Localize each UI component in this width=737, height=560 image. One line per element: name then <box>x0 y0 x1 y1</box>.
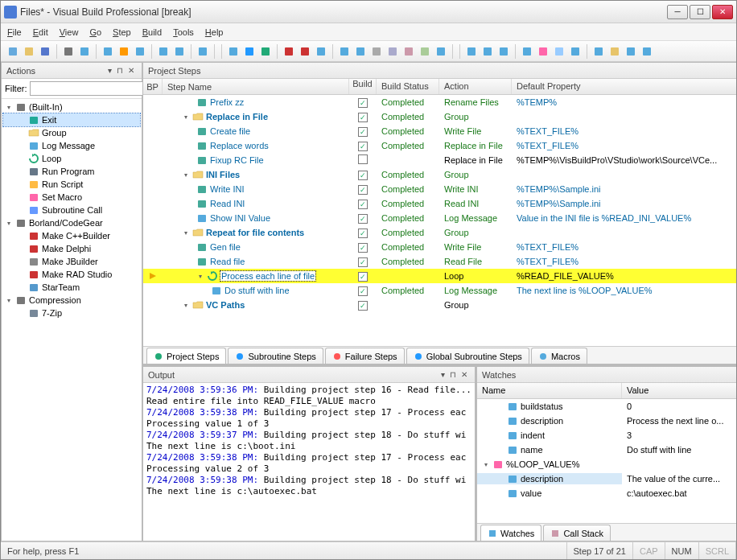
toolbar-c-button[interactable] <box>369 44 384 59</box>
build-checkbox[interactable]: ✓ <box>358 113 368 122</box>
toolbar-save-button[interactable] <box>38 44 52 59</box>
action-make-rad-studio[interactable]: Make RAD Studio <box>3 268 140 281</box>
menu-help[interactable]: Help <box>205 27 224 37</box>
toolbar-run-button[interactable] <box>226 44 241 59</box>
build-checkbox[interactable]: ✓ <box>358 243 368 253</box>
action-7-zip[interactable]: 7-Zip <box>3 307 140 319</box>
toolbar-help-button[interactable] <box>196 44 210 59</box>
toolbar-p-button[interactable] <box>607 44 622 59</box>
build-checkbox[interactable]: ✓ <box>358 301 368 311</box>
action-make-delphi[interactable]: Make Delphi <box>3 242 140 255</box>
panel-pin-icon[interactable]: ⊓ <box>114 66 126 75</box>
menu-step[interactable]: Step <box>113 27 131 37</box>
tab-call-stack[interactable]: Call Stack <box>543 525 611 541</box>
tab-macros[interactable]: Macros <box>531 348 587 364</box>
toolbar-redo-button[interactable] <box>172 44 187 59</box>
maximize-button[interactable]: ☐ <box>690 5 710 19</box>
action-subroutine-call[interactable]: Subroutine Call <box>3 204 140 216</box>
tab-watches[interactable]: Watches <box>480 525 541 541</box>
watch-row[interactable]: indent3 <box>477 428 736 443</box>
panel-close-icon[interactable]: ✕ <box>126 66 137 75</box>
step-row[interactable]: ▾Repeat for file contents✓CompletedGroup <box>143 225 736 240</box>
toolbar-undo-button[interactable] <box>156 44 171 59</box>
toolbar-i-button[interactable] <box>480 44 495 59</box>
action-log-message[interactable]: Log Message <box>3 139 140 152</box>
toolbar-d-button[interactable] <box>385 44 400 59</box>
filter-input[interactable] <box>30 81 147 96</box>
menu-file[interactable]: File <box>7 27 22 37</box>
toolbar-g-button[interactable] <box>434 44 448 59</box>
toolbar-f-button[interactable] <box>418 44 432 59</box>
step-row[interactable]: ▾INI Files✓CompletedGroup <box>143 167 736 182</box>
build-checkbox[interactable]: ✓ <box>358 257 368 267</box>
toolbar-k-button[interactable] <box>520 44 534 59</box>
step-row[interactable]: Prefix zz✓CompletedRename Files%TEMP% <box>143 95 736 109</box>
toolbar-step-in-button[interactable] <box>282 44 296 59</box>
build-checkbox[interactable]: ✓ <box>358 127 368 137</box>
watch-row[interactable]: descriptionThe value of the curre... <box>477 471 736 486</box>
action-loop[interactable]: Loop <box>3 152 140 165</box>
step-row[interactable]: Gen file✓CompletedWrite File%TEXT_FILE% <box>143 240 736 254</box>
toolbar-copy-button[interactable] <box>117 44 131 59</box>
watch-row[interactable]: ▾%LOOP_VALUE% <box>477 457 736 471</box>
watch-row[interactable]: descriptionProcess the next line o... <box>477 414 736 428</box>
action-borland-codegear[interactable]: ▾Borland/CodeGear <box>3 216 140 229</box>
build-checkbox[interactable]: ✓ <box>358 272 368 282</box>
close-button[interactable]: ✕ <box>712 5 733 19</box>
build-checkbox[interactable] <box>358 154 368 164</box>
toolbar-stop-button[interactable] <box>258 44 273 59</box>
step-row[interactable]: ▾VC Paths✓Group <box>143 298 736 312</box>
watch-row[interactable]: nameDo stuff with line <box>477 443 736 457</box>
step-row[interactable]: Replace words✓CompletedReplace in File%T… <box>143 138 736 153</box>
action--built-in-[interactable]: ▾(Built-In) <box>3 101 140 113</box>
tab-failure-steps[interactable]: Failure Steps <box>325 348 405 364</box>
tab-global-subroutine-steps[interactable]: Global Subroutine Steps <box>406 348 529 364</box>
menu-edit[interactable]: Edit <box>33 27 48 37</box>
toolbar-cut-button[interactable] <box>101 44 115 59</box>
tab-project-steps[interactable]: Project Steps <box>146 348 226 364</box>
build-checkbox[interactable]: ✓ <box>358 142 368 151</box>
panel-menu-icon[interactable]: ▾ <box>105 66 114 75</box>
step-row[interactable]: ▾Process each line of file✓Loop%READ_FIL… <box>143 269 736 283</box>
action-make-jbuilder[interactable]: Make JBuilder <box>3 255 140 268</box>
toolbar-h-button[interactable] <box>464 44 479 59</box>
output-log[interactable]: 7/24/2008 3:59:36 PM: Building project s… <box>143 383 475 541</box>
toolbar-o-button[interactable] <box>591 44 606 59</box>
toolbar-e-button[interactable] <box>401 44 416 59</box>
build-checkbox[interactable]: ✓ <box>358 185 368 195</box>
menu-build[interactable]: Build <box>142 27 162 37</box>
action-exit[interactable]: Exit <box>3 113 140 126</box>
minimize-button[interactable]: ─ <box>667 5 688 19</box>
toolbar-b-button[interactable] <box>353 44 368 59</box>
step-row[interactable]: Do stuff with line✓CompletedLog MessageT… <box>143 283 736 298</box>
toolbar-new-button[interactable] <box>6 44 20 59</box>
action-run-program[interactable]: Run Program <box>3 165 140 178</box>
action-run-script[interactable]: Run Script <box>3 178 140 191</box>
menu-tools[interactable]: Tools <box>173 27 194 37</box>
build-checkbox[interactable]: ✓ <box>358 200 368 209</box>
panel-close-icon[interactable]: ✕ <box>459 370 470 379</box>
watches-grid[interactable]: buildstatus0descriptionProcess the next … <box>477 399 736 523</box>
tab-subroutine-steps[interactable]: Subroutine Steps <box>228 348 323 364</box>
build-checkbox[interactable]: ✓ <box>358 214 368 224</box>
build-checkbox[interactable]: ✓ <box>358 229 368 238</box>
toolbar-paste-button[interactable] <box>133 44 147 59</box>
step-row[interactable]: Write INI✓CompletedWrite INI%TEMP%\Sampl… <box>143 182 736 196</box>
step-row[interactable]: Read file✓CompletedRead File%TEXT_FILE% <box>143 254 736 269</box>
toolbar-n-button[interactable] <box>568 44 583 59</box>
watch-row[interactable]: buildstatus0 <box>477 399 736 414</box>
step-row[interactable]: Fixup RC FileReplace in File%TEMP%\VisBu… <box>143 153 736 167</box>
action-compression[interactable]: ▾Compression <box>3 294 140 307</box>
build-checkbox[interactable]: ✓ <box>358 98 368 108</box>
menu-go[interactable]: Go <box>89 27 101 37</box>
toolbar-a-button[interactable] <box>337 44 352 59</box>
menu-view[interactable]: View <box>60 27 79 37</box>
toolbar-open-button[interactable] <box>22 44 36 59</box>
actions-tree[interactable]: ▾(Built-In)ExitGroupLog MessageLoopRun P… <box>2 99 142 541</box>
toolbar-preview-button[interactable] <box>77 44 92 59</box>
toolbar-q-button[interactable] <box>624 44 638 59</box>
step-row[interactable]: ▾Replace in File✓CompletedGroup <box>143 109 736 124</box>
toolbar-step-out-button[interactable] <box>314 44 328 59</box>
steps-grid[interactable]: Prefix zz✓CompletedRename Files%TEMP%▾Re… <box>143 95 736 346</box>
build-checkbox[interactable]: ✓ <box>358 286 368 296</box>
